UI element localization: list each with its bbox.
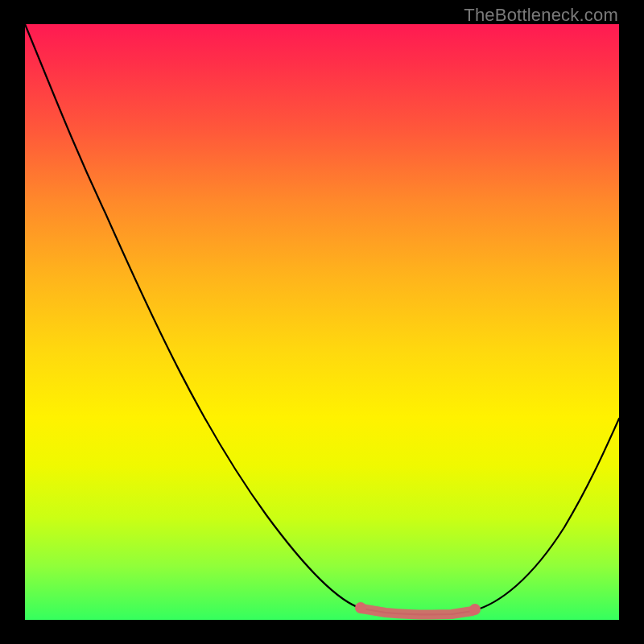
chart-frame: TheBottleneck.com [0,0,644,644]
marker-right [469,604,481,615]
optimal-range-band [361,609,473,614]
curve-svg [25,24,619,620]
bottleneck-curve [25,24,619,614]
marker-left [355,602,366,613]
plot-area [25,24,619,620]
watermark-text: TheBottleneck.com [464,5,618,26]
